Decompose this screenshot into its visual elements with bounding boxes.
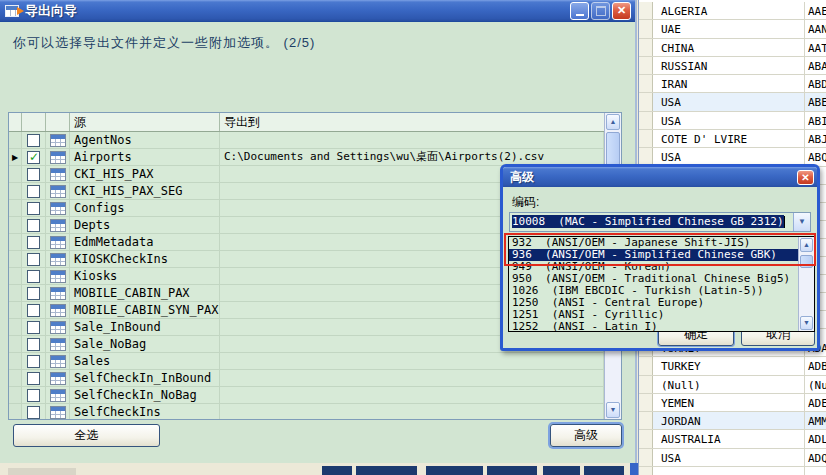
- airport-code-cell[interactable]: AAN: [805, 20, 826, 37]
- airport-code-cell[interactable]: ABD: [805, 75, 826, 92]
- destination-column-header[interactable]: 导出到: [220, 113, 621, 131]
- table-row[interactable]: AgentNos: [9, 132, 604, 149]
- airport-code-cell[interactable]: ABA: [805, 57, 826, 74]
- checkbox-cell[interactable]: [22, 336, 46, 352]
- table-row[interactable]: USA ABI: [639, 112, 826, 130]
- table-row[interactable]: COTE D' LVIRE ABJ: [639, 130, 826, 148]
- country-cell[interactable]: UAE: [653, 20, 805, 37]
- export-checkbox[interactable]: [27, 134, 40, 147]
- table-row[interactable]: USA ADQ: [639, 449, 826, 467]
- airport-code-cell[interactable]: ADL: [805, 430, 826, 447]
- row-selector-cell[interactable]: [9, 268, 22, 284]
- row-selector-cell[interactable]: [9, 336, 22, 352]
- airport-code-cell[interactable]: AAT: [805, 39, 826, 56]
- encoding-option[interactable]: 950 (ANSI/OEM - Traditional Chinese Big5…: [509, 273, 798, 285]
- checkbox-cell[interactable]: [22, 268, 46, 284]
- encoding-option[interactable]: 1252 (ANSI - Latin I): [509, 321, 798, 332]
- country-cell[interactable]: TURKEY: [653, 357, 805, 374]
- row-selector-cell[interactable]: [9, 251, 22, 267]
- row-header-cell[interactable]: [639, 57, 653, 74]
- encoding-option[interactable]: 1250 (ANSI - Central Europe): [509, 297, 798, 309]
- row-header-cell[interactable]: [639, 2, 653, 19]
- encoding-option[interactable]: 936 (ANSI/OEM - Simplified Chinese GBK): [509, 249, 798, 261]
- table-row[interactable]: USA ABE: [639, 93, 826, 111]
- scrollbar-thumb[interactable]: [800, 255, 813, 268]
- checkbox-cell[interactable]: [22, 183, 46, 199]
- select-all-button[interactable]: 全选: [13, 424, 160, 447]
- table-row[interactable]: [639, 467, 826, 475]
- row-selector-cell[interactable]: [9, 234, 22, 250]
- row-header-cell[interactable]: [639, 394, 653, 411]
- export-checkbox[interactable]: [27, 372, 40, 385]
- export-checkbox[interactable]: [27, 202, 40, 215]
- table-row[interactable]: TURKEY ADB: [639, 357, 826, 375]
- checkbox-cell[interactable]: [22, 200, 46, 216]
- scroll-down-icon[interactable]: ▼: [606, 402, 620, 418]
- country-cell[interactable]: JORDAN: [653, 412, 805, 429]
- row-selector-cell[interactable]: [9, 353, 22, 369]
- checkbox-cell[interactable]: [22, 217, 46, 233]
- encoding-option[interactable]: 1251 (ANSI - Cyrillic): [509, 309, 798, 321]
- checkbox-cell[interactable]: [22, 302, 46, 318]
- airport-code-cell[interactable]: [805, 467, 826, 475]
- export-checkbox[interactable]: [27, 253, 40, 266]
- row-header-cell[interactable]: [639, 449, 653, 466]
- row-header-cell[interactable]: [639, 112, 653, 129]
- row-header-cell[interactable]: [639, 357, 653, 374]
- maximize-button[interactable]: [591, 2, 610, 20]
- export-checkbox[interactable]: [27, 321, 40, 334]
- country-cell[interactable]: AUSTRALIA: [653, 430, 805, 447]
- encoding-option[interactable]: 1026 (IBM EBCDIC - Turkish (Latin-5)): [509, 285, 798, 297]
- table-row[interactable]: UAE AAN: [639, 20, 826, 38]
- export-checkbox[interactable]: [27, 151, 40, 164]
- country-cell[interactable]: USA: [653, 112, 805, 129]
- airport-code-cell[interactable]: ADB: [805, 357, 826, 374]
- country-cell[interactable]: RUSSIAN: [653, 57, 805, 74]
- airport-code-cell[interactable]: AAE: [805, 2, 826, 19]
- encoding-option[interactable]: 932 (ANSI/OEM - Japanese Shift-JIS): [509, 237, 798, 249]
- table-row[interactable]: SelfCheckIns: [9, 404, 604, 419]
- country-cell[interactable]: (Null): [653, 376, 805, 393]
- export-checkbox[interactable]: [27, 185, 40, 198]
- airport-code-cell[interactable]: (Null): [805, 376, 826, 393]
- row-header-cell[interactable]: [639, 412, 653, 429]
- row-selector-cell[interactable]: [9, 166, 22, 182]
- row-selector-cell[interactable]: [9, 200, 22, 216]
- source-column-header[interactable]: 源: [70, 113, 220, 131]
- export-checkbox[interactable]: [27, 219, 40, 232]
- airport-code-cell[interactable]: ABE: [805, 93, 826, 110]
- row-selector-cell[interactable]: [9, 302, 22, 318]
- row-selector-cell[interactable]: [9, 217, 22, 233]
- export-checkbox[interactable]: [27, 355, 40, 368]
- table-row[interactable]: YEMEN ADE: [639, 394, 826, 412]
- country-cell[interactable]: ALGERIA: [653, 2, 805, 19]
- export-checkbox[interactable]: [27, 168, 40, 181]
- row-header-cell[interactable]: [639, 39, 653, 56]
- country-cell[interactable]: USA: [653, 449, 805, 466]
- row-selector-cell[interactable]: [9, 319, 22, 335]
- airport-code-cell[interactable]: ABJ: [805, 130, 826, 147]
- dialog-close-button[interactable]: ✕: [797, 170, 814, 185]
- row-selector-cell[interactable]: [9, 132, 22, 148]
- table-row[interactable]: AUSTRALIA ADL: [639, 430, 826, 448]
- dialog-titlebar[interactable]: 高级 ✕: [503, 167, 817, 187]
- encoding-combobox[interactable]: 10008 (MAC - Simplified Chinese GB 2312)…: [509, 212, 811, 232]
- checkbox-cell[interactable]: [22, 285, 46, 301]
- minimize-button[interactable]: [570, 2, 589, 20]
- row-header-cell[interactable]: [639, 75, 653, 92]
- wizard-titlebar[interactable]: 导出向导 ✕: [0, 0, 635, 22]
- checkbox-cell[interactable]: [22, 387, 46, 403]
- table-row[interactable]: IRAN ABD: [639, 75, 826, 93]
- checkbox-cell[interactable]: [22, 234, 46, 250]
- row-header-cell[interactable]: [639, 93, 653, 110]
- export-checkbox[interactable]: [27, 236, 40, 249]
- checkbox-cell[interactable]: [22, 166, 46, 182]
- export-checkbox[interactable]: [27, 338, 40, 351]
- airport-code-cell[interactable]: ABI: [805, 112, 826, 129]
- encoding-combobox-value[interactable]: 10008 (MAC - Simplified Chinese GB 2312): [510, 213, 793, 231]
- row-selector-cell[interactable]: [9, 387, 22, 403]
- table-row[interactable]: (Null) (Null): [639, 376, 826, 394]
- export-checkbox[interactable]: [27, 287, 40, 300]
- export-checkbox[interactable]: [27, 406, 40, 419]
- close-button[interactable]: ✕: [612, 2, 631, 20]
